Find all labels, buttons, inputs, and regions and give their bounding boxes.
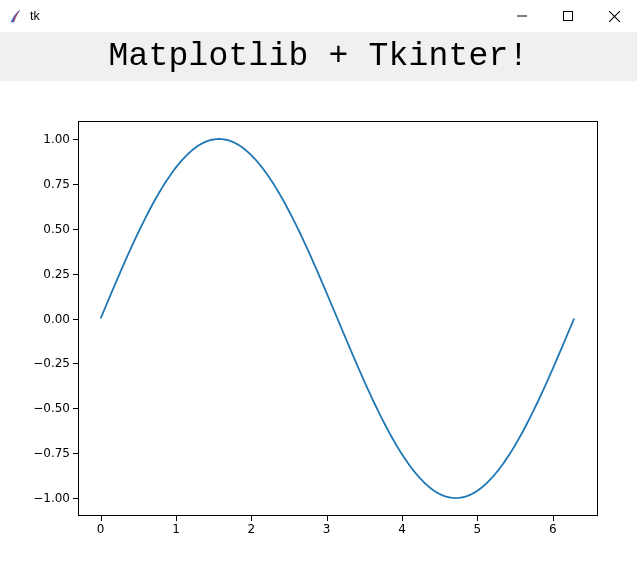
- titlebar: tk: [0, 0, 637, 32]
- plot-svg: [8, 111, 608, 526]
- maximize-icon: [563, 11, 573, 21]
- minimize-button[interactable]: [499, 0, 545, 32]
- app-window: tk Matplotlib + Tkinter!: [0, 0, 637, 571]
- plot-area: −1.00−0.75−0.50−0.250.000.250.500.751.00…: [8, 111, 617, 551]
- tk-feather-icon: [8, 8, 24, 24]
- close-icon: [609, 11, 620, 22]
- minimize-icon: [517, 11, 527, 21]
- page-title: Matplotlib + Tkinter!: [108, 38, 528, 75]
- header-band: Matplotlib + Tkinter!: [0, 32, 637, 81]
- window-buttons: [499, 0, 637, 32]
- maximize-button[interactable]: [545, 0, 591, 32]
- window-title: tk: [30, 9, 499, 23]
- close-button[interactable]: [591, 0, 637, 32]
- plot-wrap: −1.00−0.75−0.50−0.250.000.250.500.751.00…: [0, 81, 637, 571]
- svg-rect-1: [564, 12, 573, 21]
- series-line: [101, 139, 575, 498]
